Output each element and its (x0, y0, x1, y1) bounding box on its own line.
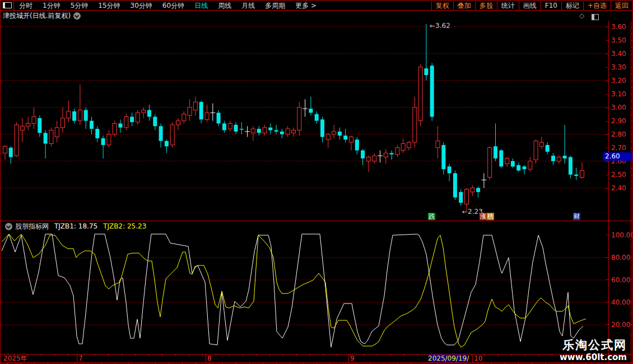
candle (459, 189, 463, 206)
candle (234, 122, 238, 134)
scale-tick (631, 101, 632, 101)
minor-tick (485, 354, 485, 356)
candle (26, 117, 30, 130)
panel-layout-icon[interactable] (592, 14, 599, 20)
indicator-source: 股朋指标网 (15, 222, 49, 231)
candle (309, 97, 313, 116)
candle (159, 124, 163, 148)
minor-tick (498, 354, 499, 356)
candle (471, 185, 474, 196)
toolbar-button[interactable]: 叠加 (453, 1, 475, 10)
diamond-icon[interactable]: ◇ (579, 12, 584, 19)
price-label: 3.40 (611, 50, 630, 58)
event-badge[interactable]: 榜 (487, 213, 494, 220)
minor-tick (54, 354, 55, 356)
window-split-icon[interactable] (1, 1, 14, 10)
minor-tick (108, 354, 109, 356)
minor-tick (95, 354, 95, 356)
period-tab[interactable]: 分时 (14, 1, 38, 10)
toolbar-button[interactable]: F10 (541, 1, 561, 10)
toolbar-button[interactable]: 多股 (475, 1, 497, 10)
price-label: 2.90 (611, 117, 630, 125)
month-label[interactable]: 8 (207, 354, 212, 362)
candle (476, 186, 480, 197)
candle (61, 108, 65, 133)
candle (153, 114, 157, 130)
period-tab[interactable]: 周线 (213, 1, 236, 10)
toolbar-button[interactable]: 返回 (611, 1, 632, 10)
minor-tick (41, 354, 41, 356)
candle (320, 117, 324, 143)
event-badge[interactable]: 涨 (480, 213, 487, 220)
minor-tick (323, 354, 324, 356)
toolbar-button[interactable]: 画线 (519, 1, 541, 10)
candle (401, 138, 405, 153)
month-label[interactable]: 7 (78, 354, 83, 362)
trading-app-window: 分时1分钟5分钟15分钟30分钟60分钟日线周线月线多周期更多 > 复权叠加多股… (0, 0, 633, 364)
period-tab[interactable]: 日线 (189, 1, 213, 10)
candlestick-chart[interactable]: ←3.62←2.23 (1, 21, 608, 221)
minor-tick (162, 354, 162, 356)
candle (240, 122, 244, 134)
period-tab[interactable]: 多周期 (260, 1, 290, 10)
scale-tick (631, 291, 632, 291)
chart-title-row: 津投城开(日线.前复权) (1, 11, 81, 21)
price-label: 3.30 (611, 63, 630, 71)
candle (263, 125, 267, 136)
scale-tick (606, 175, 608, 175)
candle (210, 104, 215, 121)
scale-tick (631, 60, 632, 61)
candle (355, 137, 359, 155)
scale-tick (606, 54, 608, 54)
period-tab[interactable]: 1分钟 (38, 1, 66, 10)
chevron-down-icon[interactable] (73, 12, 81, 20)
price-label: 3.10 (611, 90, 630, 98)
scale-tick (606, 40, 608, 41)
price-label: 2.50 (611, 171, 630, 179)
oscillator-chart[interactable] (1, 232, 608, 354)
period-tab[interactable]: 5分钟 (66, 1, 94, 10)
candle (373, 153, 376, 164)
scroll-strip-line[interactable] (631, 21, 631, 363)
scale-tick (606, 257, 608, 258)
scale-tick (606, 134, 608, 135)
candle (72, 109, 76, 123)
minor-tick (552, 354, 552, 356)
minor-tick (337, 354, 337, 356)
period-tab[interactable]: 月线 (236, 1, 260, 10)
date-axis[interactable]: 2025年789102025/09/19/五 (1, 354, 632, 363)
price-label: 3.20 (611, 77, 630, 85)
minor-tick (122, 354, 122, 356)
indicator-header: 股朋指标网 TJZB1: 18.75 TJZB2: 25.23 (1, 221, 633, 231)
scale-tick (606, 188, 608, 189)
month-label[interactable]: 9 (350, 354, 355, 362)
candle (297, 102, 301, 136)
period-tab[interactable]: 30分钟 (125, 1, 157, 10)
indicator-axis-label: 60.00 (611, 276, 633, 284)
period-tab[interactable]: 60分钟 (157, 1, 189, 10)
period-tab[interactable]: 15分钟 (93, 1, 125, 10)
collapse-icon[interactable] (5, 223, 12, 230)
selected-date-tag: 2025/09/19/五 (428, 354, 467, 362)
current-price-tag: 2.60 (603, 152, 633, 161)
scale-tick (606, 161, 608, 162)
toolbar-button[interactable]: 统计 (497, 1, 519, 10)
event-badge[interactable]: 跌 (428, 213, 435, 220)
month-tick (348, 354, 349, 362)
watermark-url: www.60lt.com (560, 352, 627, 362)
candle (511, 158, 515, 168)
candle (67, 101, 71, 122)
candle (3, 145, 7, 160)
toolbar-button[interactable]: +自选 (583, 1, 611, 10)
candle (55, 121, 59, 142)
toolbar-button[interactable]: 复权 (431, 1, 453, 10)
month-label[interactable]: 10 (474, 354, 482, 362)
minor-tick (14, 354, 15, 356)
watermark-site-name: 乐淘公式网 (560, 338, 627, 352)
candle (505, 157, 509, 167)
candle (361, 149, 365, 165)
event-badge[interactable]: 财 (573, 213, 580, 220)
toolbar-button[interactable]: 标记 (561, 1, 583, 10)
period-tab[interactable]: 更多 > (290, 1, 322, 10)
candle (119, 119, 123, 133)
